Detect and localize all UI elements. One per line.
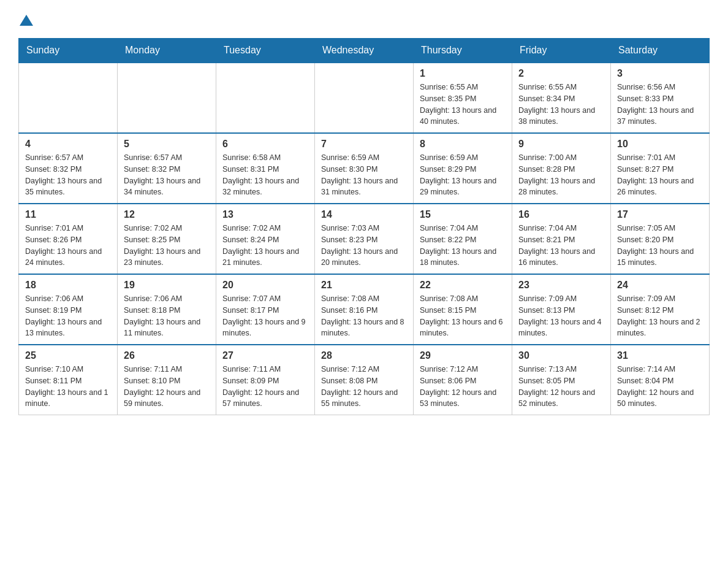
day-number: 16: [518, 209, 604, 220]
calendar-table: SundayMondayTuesdayWednesdayThursdayFrid…: [18, 38, 710, 415]
calendar-day-cell: 23Sunrise: 7:09 AM Sunset: 8:13 PM Dayli…: [512, 274, 611, 345]
day-number: 19: [124, 280, 210, 291]
day-info: Sunrise: 7:12 AM Sunset: 8:06 PM Dayligh…: [420, 364, 506, 410]
day-of-week-header: Saturday: [611, 39, 710, 63]
calendar-day-cell: 13Sunrise: 7:02 AM Sunset: 8:24 PM Dayli…: [216, 204, 315, 274]
day-number: 13: [222, 209, 308, 220]
calendar-day-cell: [118, 63, 216, 133]
day-info: Sunrise: 7:09 AM Sunset: 8:12 PM Dayligh…: [617, 293, 703, 339]
day-number: 30: [518, 350, 604, 361]
calendar-day-cell: 9Sunrise: 7:00 AM Sunset: 8:28 PM Daylig…: [512, 133, 611, 204]
day-number: 11: [25, 209, 111, 220]
calendar-day-cell: 29Sunrise: 7:12 AM Sunset: 8:06 PM Dayli…: [414, 345, 512, 415]
calendar-day-cell: 20Sunrise: 7:07 AM Sunset: 8:17 PM Dayli…: [216, 274, 315, 345]
day-info: Sunrise: 7:06 AM Sunset: 8:19 PM Dayligh…: [25, 293, 111, 339]
calendar-day-cell: 28Sunrise: 7:12 AM Sunset: 8:08 PM Dayli…: [315, 345, 414, 415]
day-info: Sunrise: 7:00 AM Sunset: 8:28 PM Dayligh…: [518, 152, 604, 198]
day-of-week-header: Sunday: [19, 39, 118, 63]
day-number: 20: [222, 280, 308, 291]
day-number: 24: [617, 280, 703, 291]
day-number: 15: [420, 209, 506, 220]
day-number: 4: [25, 139, 111, 150]
logo-triangle-icon: [20, 13, 33, 27]
calendar-day-cell: 21Sunrise: 7:08 AM Sunset: 8:16 PM Dayli…: [315, 274, 414, 345]
day-number: 2: [518, 68, 604, 79]
calendar-day-cell: 14Sunrise: 7:03 AM Sunset: 8:23 PM Dayli…: [315, 204, 414, 274]
day-info: Sunrise: 6:55 AM Sunset: 8:34 PM Dayligh…: [518, 82, 604, 128]
day-info: Sunrise: 7:14 AM Sunset: 8:04 PM Dayligh…: [617, 364, 703, 410]
day-info: Sunrise: 6:58 AM Sunset: 8:31 PM Dayligh…: [222, 152, 308, 198]
day-number: 28: [321, 350, 407, 361]
calendar-day-cell: 19Sunrise: 7:06 AM Sunset: 8:18 PM Dayli…: [118, 274, 216, 345]
day-number: 29: [420, 350, 506, 361]
calendar-day-cell: [216, 63, 315, 133]
day-number: 9: [518, 139, 604, 150]
day-number: 8: [420, 139, 506, 150]
calendar-day-cell: 10Sunrise: 7:01 AM Sunset: 8:27 PM Dayli…: [611, 133, 710, 204]
day-info: Sunrise: 6:55 AM Sunset: 8:35 PM Dayligh…: [420, 82, 506, 128]
day-number: 21: [321, 280, 407, 291]
day-info: Sunrise: 7:01 AM Sunset: 8:27 PM Dayligh…: [617, 152, 703, 198]
day-of-week-header: Monday: [118, 39, 216, 63]
calendar-day-cell: 2Sunrise: 6:55 AM Sunset: 8:34 PM Daylig…: [512, 63, 611, 133]
day-of-week-header: Thursday: [414, 39, 512, 63]
day-number: 10: [617, 139, 703, 150]
calendar-week-row: 4Sunrise: 6:57 AM Sunset: 8:32 PM Daylig…: [19, 133, 710, 204]
day-number: 12: [124, 209, 210, 220]
day-info: Sunrise: 7:07 AM Sunset: 8:17 PM Dayligh…: [222, 293, 308, 339]
day-info: Sunrise: 7:09 AM Sunset: 8:13 PM Dayligh…: [518, 293, 604, 339]
day-number: 7: [321, 139, 407, 150]
calendar-day-cell: 8Sunrise: 6:59 AM Sunset: 8:29 PM Daylig…: [414, 133, 512, 204]
calendar-day-cell: 6Sunrise: 6:58 AM Sunset: 8:31 PM Daylig…: [216, 133, 315, 204]
day-of-week-header: Tuesday: [216, 39, 315, 63]
calendar-day-cell: 30Sunrise: 7:13 AM Sunset: 8:05 PM Dayli…: [512, 345, 611, 415]
day-number: 22: [420, 280, 506, 291]
calendar-day-cell: 12Sunrise: 7:02 AM Sunset: 8:25 PM Dayli…: [118, 204, 216, 274]
day-info: Sunrise: 7:04 AM Sunset: 8:21 PM Dayligh…: [518, 223, 604, 269]
calendar-day-cell: 16Sunrise: 7:04 AM Sunset: 8:21 PM Dayli…: [512, 204, 611, 274]
calendar-week-row: 25Sunrise: 7:10 AM Sunset: 8:11 PM Dayli…: [19, 345, 710, 415]
day-info: Sunrise: 7:13 AM Sunset: 8:05 PM Dayligh…: [518, 364, 604, 410]
calendar-day-cell: 7Sunrise: 6:59 AM Sunset: 8:30 PM Daylig…: [315, 133, 414, 204]
calendar-header-row: SundayMondayTuesdayWednesdayThursdayFrid…: [19, 39, 710, 63]
logo: [18, 12, 33, 26]
calendar-day-cell: 11Sunrise: 7:01 AM Sunset: 8:26 PM Dayli…: [19, 204, 118, 274]
calendar-day-cell: 4Sunrise: 6:57 AM Sunset: 8:32 PM Daylig…: [19, 133, 118, 204]
day-info: Sunrise: 7:10 AM Sunset: 8:11 PM Dayligh…: [25, 364, 111, 410]
day-info: Sunrise: 7:12 AM Sunset: 8:08 PM Dayligh…: [321, 364, 407, 410]
day-info: Sunrise: 7:08 AM Sunset: 8:15 PM Dayligh…: [420, 293, 506, 339]
day-number: 26: [124, 350, 210, 361]
calendar-day-cell: 25Sunrise: 7:10 AM Sunset: 8:11 PM Dayli…: [19, 345, 118, 415]
day-number: 25: [25, 350, 111, 361]
day-number: 5: [124, 139, 210, 150]
day-info: Sunrise: 7:02 AM Sunset: 8:24 PM Dayligh…: [222, 223, 308, 269]
day-info: Sunrise: 6:59 AM Sunset: 8:29 PM Dayligh…: [420, 152, 506, 198]
calendar-day-cell: 1Sunrise: 6:55 AM Sunset: 8:35 PM Daylig…: [414, 63, 512, 133]
calendar-day-cell: [315, 63, 414, 133]
day-number: 31: [617, 350, 703, 361]
day-info: Sunrise: 7:06 AM Sunset: 8:18 PM Dayligh…: [124, 293, 210, 339]
day-number: 23: [518, 280, 604, 291]
calendar-day-cell: 15Sunrise: 7:04 AM Sunset: 8:22 PM Dayli…: [414, 204, 512, 274]
calendar-day-cell: 27Sunrise: 7:11 AM Sunset: 8:09 PM Dayli…: [216, 345, 315, 415]
calendar-week-row: 1Sunrise: 6:55 AM Sunset: 8:35 PM Daylig…: [19, 63, 710, 133]
calendar-day-cell: 17Sunrise: 7:05 AM Sunset: 8:20 PM Dayli…: [611, 204, 710, 274]
day-info: Sunrise: 7:03 AM Sunset: 8:23 PM Dayligh…: [321, 223, 407, 269]
day-info: Sunrise: 6:59 AM Sunset: 8:30 PM Dayligh…: [321, 152, 407, 198]
day-info: Sunrise: 7:11 AM Sunset: 8:10 PM Dayligh…: [124, 364, 210, 410]
calendar-day-cell: 24Sunrise: 7:09 AM Sunset: 8:12 PM Dayli…: [611, 274, 710, 345]
day-number: 6: [222, 139, 308, 150]
svg-marker-0: [20, 15, 33, 26]
day-info: Sunrise: 6:57 AM Sunset: 8:32 PM Dayligh…: [124, 152, 210, 198]
day-of-week-header: Wednesday: [315, 39, 414, 63]
day-info: Sunrise: 7:04 AM Sunset: 8:22 PM Dayligh…: [420, 223, 506, 269]
day-number: 1: [420, 68, 506, 79]
day-number: 18: [25, 280, 111, 291]
calendar-day-cell: 31Sunrise: 7:14 AM Sunset: 8:04 PM Dayli…: [611, 345, 710, 415]
calendar-week-row: 11Sunrise: 7:01 AM Sunset: 8:26 PM Dayli…: [19, 204, 710, 274]
day-info: Sunrise: 7:02 AM Sunset: 8:25 PM Dayligh…: [124, 223, 210, 269]
day-info: Sunrise: 7:01 AM Sunset: 8:26 PM Dayligh…: [25, 223, 111, 269]
day-of-week-header: Friday: [512, 39, 611, 63]
day-number: 17: [617, 209, 703, 220]
calendar-day-cell: [19, 63, 118, 133]
